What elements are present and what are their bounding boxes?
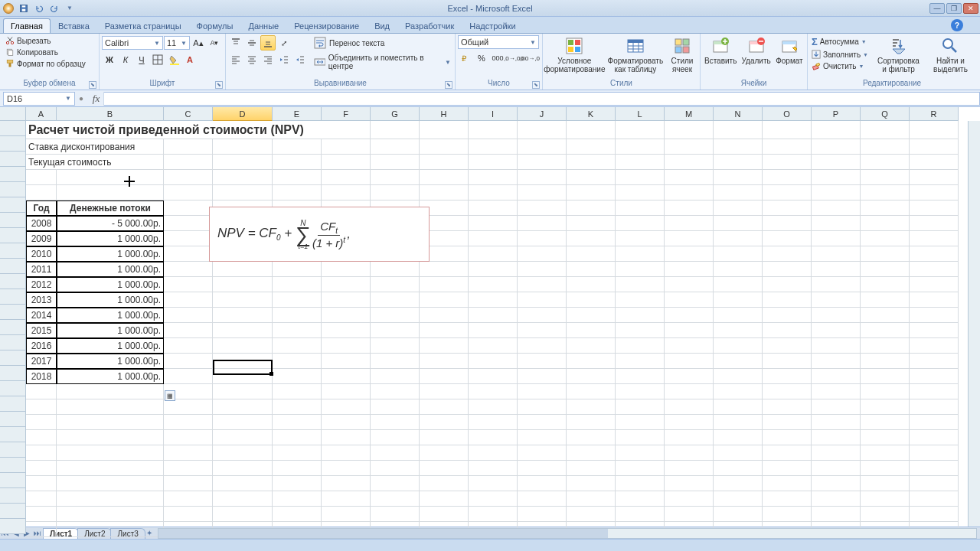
cell[interactable] xyxy=(322,170,371,185)
cell[interactable] xyxy=(665,476,714,491)
cell[interactable] xyxy=(714,216,763,231)
cell[interactable]: 1 000.00р. xyxy=(57,231,164,246)
cell[interactable] xyxy=(763,170,812,185)
cell[interactable] xyxy=(57,445,164,461)
cell[interactable] xyxy=(616,277,665,292)
cell[interactable] xyxy=(812,399,861,415)
cell[interactable] xyxy=(371,277,420,292)
cell[interactable] xyxy=(518,338,567,354)
cell[interactable] xyxy=(714,354,763,369)
increase-decimal-icon[interactable]: ,0→,00 xyxy=(506,51,521,66)
cell[interactable] xyxy=(518,354,567,369)
cell[interactable] xyxy=(714,139,763,155)
cell[interactable] xyxy=(910,216,959,231)
cell[interactable] xyxy=(812,476,861,491)
cell[interactable]: 2017 xyxy=(26,354,57,369)
row-header-21[interactable] xyxy=(0,427,26,442)
row-header-14[interactable] xyxy=(0,320,26,335)
cell[interactable]: 2013 xyxy=(26,292,57,308)
cell[interactable] xyxy=(861,170,910,185)
row-header-13[interactable] xyxy=(0,305,26,320)
cell[interactable] xyxy=(616,308,665,323)
cell[interactable] xyxy=(57,522,164,537)
format-as-table-button[interactable]: Форматировать как таблицу xyxy=(606,35,665,75)
cell[interactable] xyxy=(861,139,910,155)
cell[interactable] xyxy=(665,323,714,338)
fill-color-icon[interactable] xyxy=(166,52,181,67)
horizontal-scrollbar[interactable] xyxy=(158,528,977,539)
cell[interactable] xyxy=(567,369,616,384)
ribbon-tab-7[interactable]: Разработчик xyxy=(397,18,462,33)
cell[interactable] xyxy=(273,384,322,399)
cell[interactable] xyxy=(164,399,213,415)
cell[interactable] xyxy=(616,262,665,277)
cell[interactable]: 2015 xyxy=(26,323,57,338)
format-cells-button[interactable]: Формат xyxy=(774,35,805,67)
cell[interactable] xyxy=(26,522,57,537)
cell[interactable] xyxy=(469,121,518,139)
cell[interactable] xyxy=(420,262,469,277)
column-header-F[interactable]: F xyxy=(322,107,371,121)
row-header-23[interactable] xyxy=(0,458,26,473)
cell[interactable] xyxy=(164,185,213,201)
cell[interactable] xyxy=(273,430,322,445)
cell[interactable] xyxy=(665,216,714,231)
cell[interactable] xyxy=(616,415,665,430)
npv-formula-image[interactable]: NPV = CF0 + N ∑ t=1 CFt(1 + r)t , xyxy=(209,207,430,262)
cell[interactable] xyxy=(861,430,910,445)
cell[interactable] xyxy=(57,185,164,201)
cell[interactable] xyxy=(763,216,812,231)
cell[interactable] xyxy=(714,415,763,430)
ribbon-tab-1[interactable]: Вставка xyxy=(51,18,97,33)
cell[interactable] xyxy=(164,246,213,262)
cell[interactable] xyxy=(518,292,567,308)
cell[interactable] xyxy=(567,170,616,185)
cell[interactable] xyxy=(57,384,164,399)
cell[interactable] xyxy=(616,185,665,201)
row-header-15[interactable] xyxy=(0,335,26,350)
cell[interactable] xyxy=(861,308,910,323)
cell[interactable] xyxy=(665,399,714,415)
cell[interactable] xyxy=(273,415,322,430)
cell[interactable] xyxy=(910,491,959,507)
cell[interactable] xyxy=(164,292,213,308)
align-left-icon[interactable] xyxy=(228,52,243,67)
column-header-I[interactable]: I xyxy=(469,107,518,121)
cell[interactable] xyxy=(26,170,57,185)
row-header-11[interactable] xyxy=(0,274,26,289)
row-header-8[interactable] xyxy=(0,228,26,243)
cell[interactable] xyxy=(469,139,518,155)
cell[interactable] xyxy=(322,369,371,384)
cell[interactable] xyxy=(273,262,322,277)
column-header-N[interactable]: N xyxy=(714,107,763,121)
cell[interactable] xyxy=(273,461,322,476)
cell[interactable]: 2016 xyxy=(26,338,57,354)
cell[interactable] xyxy=(861,292,910,308)
cell[interactable] xyxy=(763,415,812,430)
font-color-icon[interactable]: A xyxy=(182,52,198,67)
cell[interactable] xyxy=(763,277,812,292)
alignment-dialog-icon[interactable]: ⬊ xyxy=(445,81,452,89)
cell[interactable] xyxy=(812,507,861,522)
cell[interactable] xyxy=(665,277,714,292)
cell[interactable] xyxy=(910,155,959,170)
find-select-button[interactable]: Найти и выделить xyxy=(927,35,974,75)
cell[interactable] xyxy=(213,323,273,338)
cell[interactable] xyxy=(665,170,714,185)
column-header-K[interactable]: K xyxy=(567,107,616,121)
cell[interactable] xyxy=(665,139,714,155)
cell[interactable] xyxy=(469,262,518,277)
cell[interactable] xyxy=(322,155,371,170)
cell[interactable] xyxy=(420,491,469,507)
cell[interactable] xyxy=(763,139,812,155)
cell[interactable] xyxy=(714,262,763,277)
cell[interactable] xyxy=(164,308,213,323)
cell[interactable] xyxy=(273,369,322,384)
cell[interactable] xyxy=(164,491,213,507)
row-header-25[interactable] xyxy=(0,488,26,504)
cell[interactable]: Год xyxy=(26,201,57,216)
cell[interactable]: Расчет чистой приведенной стоимости (NPV… xyxy=(26,121,371,139)
save-icon[interactable] xyxy=(17,2,31,15)
maximize-button[interactable]: ❐ xyxy=(946,3,962,14)
cell[interactable] xyxy=(420,415,469,430)
